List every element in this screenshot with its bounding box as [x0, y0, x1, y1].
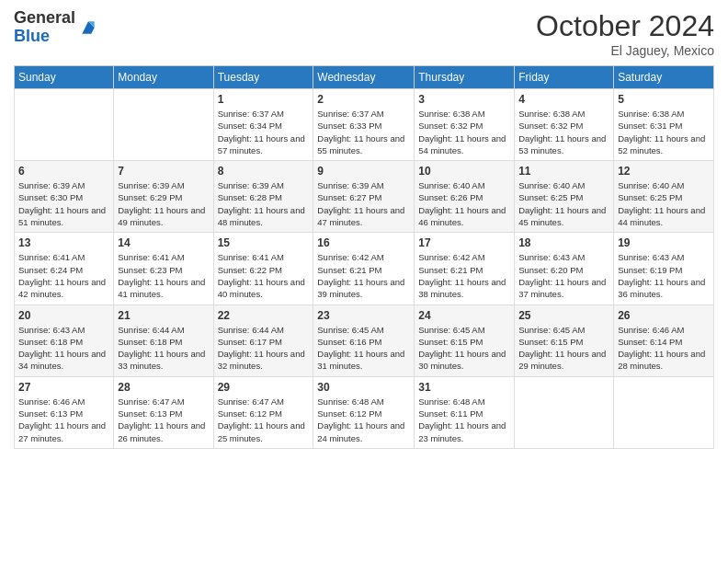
calendar-body: 1 Sunrise: 6:37 AMSunset: 6:34 PMDayligh… [15, 89, 714, 449]
day-info: Sunrise: 6:44 AMSunset: 6:18 PMDaylight:… [118, 325, 205, 372]
day-number: 23 [317, 309, 410, 322]
day-number: 18 [518, 236, 609, 249]
day-number: 27 [18, 381, 109, 394]
day-info: Sunrise: 6:45 AMSunset: 6:15 PMDaylight:… [418, 325, 506, 372]
col-sunday: Sunday [15, 66, 114, 89]
header-row: Sunday Monday Tuesday Wednesday Thursday… [15, 66, 714, 89]
day-number: 11 [518, 165, 609, 178]
day-number: 9 [317, 165, 410, 178]
day-number: 19 [618, 236, 710, 249]
day-number: 2 [317, 93, 410, 106]
calendar-cell: 11 Sunrise: 6:40 AMSunset: 6:25 PMDaylig… [515, 161, 614, 233]
day-info: Sunrise: 6:41 AMSunset: 6:23 PMDaylight:… [118, 252, 205, 299]
location: El Jaguey, Mexico [536, 43, 714, 58]
calendar-cell: 7 Sunrise: 6:39 AMSunset: 6:29 PMDayligh… [114, 161, 213, 233]
calendar-cell: 19 Sunrise: 6:43 AMSunset: 6:19 PMDaylig… [614, 233, 714, 304]
logo-icon [79, 18, 97, 37]
day-number: 6 [18, 165, 109, 178]
calendar-cell: 2 Sunrise: 6:37 AMSunset: 6:33 PMDayligh… [313, 89, 415, 161]
day-number: 17 [418, 236, 510, 249]
day-number: 24 [418, 309, 510, 322]
day-number: 5 [618, 93, 710, 106]
day-number: 16 [317, 236, 410, 249]
page: General Blue October 2024 El Jaguey, Mex… [0, 0, 728, 563]
calendar-cell: 4 Sunrise: 6:38 AMSunset: 6:32 PMDayligh… [515, 89, 614, 161]
day-info: Sunrise: 6:39 AMSunset: 6:28 PMDaylight:… [218, 180, 305, 227]
day-number: 8 [218, 165, 310, 178]
day-info: Sunrise: 6:48 AMSunset: 6:12 PMDaylight:… [317, 396, 404, 443]
calendar-cell: 22 Sunrise: 6:44 AMSunset: 6:17 PMDaylig… [213, 304, 313, 376]
calendar-cell: 24 Sunrise: 6:45 AMSunset: 6:15 PMDaylig… [415, 304, 515, 376]
calendar-table: Sunday Monday Tuesday Wednesday Thursday… [14, 65, 714, 449]
calendar-header: Sunday Monday Tuesday Wednesday Thursday… [15, 66, 714, 89]
calendar-cell [15, 89, 114, 161]
calendar-cell: 20 Sunrise: 6:43 AMSunset: 6:18 PMDaylig… [15, 304, 114, 376]
calendar-cell: 29 Sunrise: 6:47 AMSunset: 6:12 PMDaylig… [213, 376, 313, 448]
calendar-cell [614, 376, 714, 448]
col-thursday: Thursday [415, 66, 515, 89]
day-number: 1 [218, 93, 310, 106]
day-number: 15 [218, 236, 310, 249]
day-info: Sunrise: 6:41 AMSunset: 6:22 PMDaylight:… [218, 252, 305, 299]
day-number: 29 [218, 381, 310, 394]
logo: General Blue [14, 9, 97, 46]
calendar-cell: 25 Sunrise: 6:45 AMSunset: 6:15 PMDaylig… [515, 304, 614, 376]
day-number: 26 [618, 309, 710, 322]
day-number: 10 [418, 165, 510, 178]
day-number: 12 [618, 165, 710, 178]
calendar-cell: 17 Sunrise: 6:42 AMSunset: 6:21 PMDaylig… [415, 233, 515, 304]
day-info: Sunrise: 6:40 AMSunset: 6:25 PMDaylight:… [518, 180, 606, 227]
day-number: 25 [518, 309, 609, 322]
day-number: 4 [518, 93, 609, 106]
day-info: Sunrise: 6:39 AMSunset: 6:27 PMDaylight:… [317, 180, 404, 227]
calendar-week-row: 27 Sunrise: 6:46 AMSunset: 6:13 PMDaylig… [15, 376, 714, 448]
day-info: Sunrise: 6:40 AMSunset: 6:25 PMDaylight:… [618, 180, 705, 227]
calendar-cell: 30 Sunrise: 6:48 AMSunset: 6:12 PMDaylig… [313, 376, 415, 448]
day-info: Sunrise: 6:37 AMSunset: 6:34 PMDaylight:… [218, 109, 305, 155]
calendar-week-row: 6 Sunrise: 6:39 AMSunset: 6:30 PMDayligh… [15, 161, 714, 233]
day-info: Sunrise: 6:48 AMSunset: 6:11 PMDaylight:… [418, 396, 506, 443]
day-number: 3 [418, 93, 510, 106]
day-info: Sunrise: 6:43 AMSunset: 6:20 PMDaylight:… [518, 252, 606, 299]
header: General Blue October 2024 El Jaguey, Mex… [14, 9, 714, 58]
day-info: Sunrise: 6:38 AMSunset: 6:32 PMDaylight:… [518, 109, 606, 155]
calendar-cell: 27 Sunrise: 6:46 AMSunset: 6:13 PMDaylig… [15, 376, 114, 448]
calendar-cell: 9 Sunrise: 6:39 AMSunset: 6:27 PMDayligh… [313, 161, 415, 233]
day-number: 28 [118, 381, 209, 394]
day-number: 30 [317, 381, 410, 394]
calendar-cell: 6 Sunrise: 6:39 AMSunset: 6:30 PMDayligh… [15, 161, 114, 233]
logo-blue: Blue [14, 28, 75, 46]
col-saturday: Saturday [614, 66, 714, 89]
col-friday: Friday [515, 66, 614, 89]
calendar-week-row: 20 Sunrise: 6:43 AMSunset: 6:18 PMDaylig… [15, 304, 714, 376]
day-info: Sunrise: 6:47 AMSunset: 6:13 PMDaylight:… [118, 396, 205, 443]
calendar-cell: 23 Sunrise: 6:45 AMSunset: 6:16 PMDaylig… [313, 304, 415, 376]
calendar-cell: 13 Sunrise: 6:41 AMSunset: 6:24 PMDaylig… [15, 233, 114, 304]
calendar-cell: 3 Sunrise: 6:38 AMSunset: 6:32 PMDayligh… [415, 89, 515, 161]
day-info: Sunrise: 6:37 AMSunset: 6:33 PMDaylight:… [317, 109, 404, 155]
calendar-cell: 31 Sunrise: 6:48 AMSunset: 6:11 PMDaylig… [415, 376, 515, 448]
day-info: Sunrise: 6:43 AMSunset: 6:19 PMDaylight:… [618, 252, 705, 299]
day-info: Sunrise: 6:38 AMSunset: 6:31 PMDaylight:… [618, 109, 705, 155]
col-wednesday: Wednesday [313, 66, 415, 89]
calendar-cell: 16 Sunrise: 6:42 AMSunset: 6:21 PMDaylig… [313, 233, 415, 304]
day-info: Sunrise: 6:39 AMSunset: 6:29 PMDaylight:… [118, 180, 205, 227]
calendar-cell: 14 Sunrise: 6:41 AMSunset: 6:23 PMDaylig… [114, 233, 213, 304]
day-number: 7 [118, 165, 209, 178]
day-number: 13 [18, 236, 109, 249]
day-info: Sunrise: 6:45 AMSunset: 6:15 PMDaylight:… [518, 325, 606, 372]
month-title: October 2024 [536, 9, 714, 43]
day-info: Sunrise: 6:47 AMSunset: 6:12 PMDaylight:… [218, 396, 305, 443]
day-info: Sunrise: 6:45 AMSunset: 6:16 PMDaylight:… [317, 325, 404, 372]
calendar-cell: 18 Sunrise: 6:43 AMSunset: 6:20 PMDaylig… [515, 233, 614, 304]
calendar-cell: 21 Sunrise: 6:44 AMSunset: 6:18 PMDaylig… [114, 304, 213, 376]
day-info: Sunrise: 6:42 AMSunset: 6:21 PMDaylight:… [418, 252, 506, 299]
logo-general: General [14, 9, 75, 28]
calendar-cell: 28 Sunrise: 6:47 AMSunset: 6:13 PMDaylig… [114, 376, 213, 448]
day-info: Sunrise: 6:39 AMSunset: 6:30 PMDaylight:… [18, 180, 106, 227]
calendar-cell: 1 Sunrise: 6:37 AMSunset: 6:34 PMDayligh… [213, 89, 313, 161]
calendar-cell [114, 89, 213, 161]
day-number: 20 [18, 309, 109, 322]
calendar-cell: 5 Sunrise: 6:38 AMSunset: 6:31 PMDayligh… [614, 89, 714, 161]
day-number: 22 [218, 309, 310, 322]
